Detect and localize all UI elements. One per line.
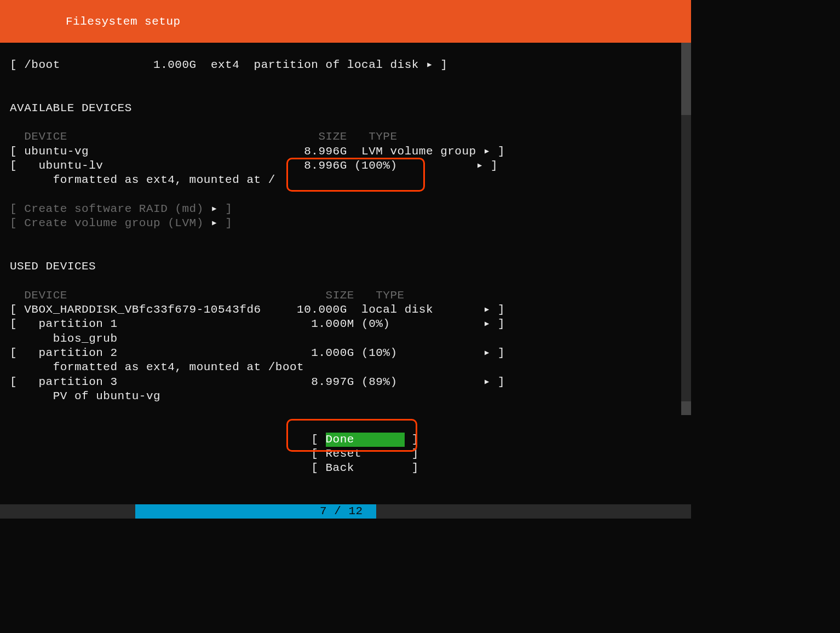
triangle-right-icon: ▸: [211, 216, 218, 231]
triangle-right-icon: ▸: [476, 159, 484, 173]
partition1-detail-row: bios_grub: [10, 332, 681, 346]
back-label: Back: [326, 462, 354, 474]
boot-size: 1.000G: [153, 58, 197, 72]
available-heading-label: AVAILABLE DEVICES: [10, 101, 132, 116]
disk-type: local disk: [361, 303, 433, 317]
create-raid-label: Create software RAID (md): [24, 202, 204, 216]
p2-name: partition 2: [38, 346, 117, 360]
partition2-detail-row: formatted as ext4, mounted at /boot: [10, 360, 681, 375]
page-title: Filesystem setup: [66, 15, 181, 28]
triangle-right-icon: ▸: [211, 202, 218, 216]
scrollbar-thumb[interactable]: [681, 43, 691, 115]
col-type-label: TYPE: [376, 289, 404, 303]
p1-detail: bios_grub: [53, 332, 118, 346]
col-size-label: SIZE: [318, 130, 347, 144]
triangle-right-icon: ▸: [426, 58, 433, 72]
p2-percent: (10%): [361, 346, 398, 360]
p3-name: partition 3: [38, 375, 117, 389]
annotation-highlight-done: [286, 419, 417, 452]
triangle-right-icon: ▸: [484, 346, 491, 360]
available-devices-heading: AVAILABLE DEVICES: [10, 101, 681, 116]
lv-detail: formatted as ext4, mounted at /: [53, 173, 275, 187]
p3-detail: PV of ubuntu-vg: [53, 389, 161, 404]
triangle-right-icon: ▸: [484, 303, 491, 317]
lv-name: ubuntu-lv: [38, 159, 103, 173]
create-lvm-row[interactable]: [ Create volume group (LVM) ▸ ]: [10, 216, 681, 231]
col-type-label: TYPE: [369, 130, 397, 144]
vg-type: LVM volume group: [361, 145, 476, 159]
partition3-detail-row: PV of ubuntu-vg: [10, 389, 681, 404]
triangle-right-icon: ▸: [484, 317, 491, 331]
create-raid-row[interactable]: [ Create software RAID (md) ▸ ]: [10, 202, 681, 216]
col-device-label: DEVICE: [24, 130, 67, 144]
p1-percent: (0%): [361, 317, 390, 331]
available-columns-header: DEVICE SIZE TYPE: [10, 130, 681, 144]
vg-row[interactable]: [ ubuntu-vg 8.996G LVM volume group ▸ ]: [10, 145, 681, 159]
vg-size: 8.996G: [304, 145, 347, 159]
title-bar: Filesystem setup: [0, 0, 691, 43]
p1-name: partition 1: [38, 317, 117, 331]
partition2-row[interactable]: [ partition 2 1.000G (10%) ▸ ]: [10, 346, 681, 360]
disk-name: VBOX_HARDDISK_VBfc33f679-10543fd6: [24, 303, 261, 317]
boot-fs: ext4: [211, 58, 239, 72]
boot-desc: partition of local disk: [254, 58, 419, 72]
create-lvm-label: Create volume group (LVM): [24, 216, 204, 231]
partition1-row[interactable]: [ partition 1 1.000M (0%) ▸ ]: [10, 317, 681, 331]
installer-screen: Filesystem setup [ /boot 1.000G ext4 par…: [0, 0, 691, 519]
boot-partition-row[interactable]: [ /boot 1.000G ext4 partition of local d…: [10, 58, 681, 72]
disk-size: 10.000G: [297, 303, 347, 317]
p2-size: 1.000G: [311, 346, 354, 360]
partition3-row[interactable]: [ partition 3 8.997G (89%) ▸ ]: [10, 375, 681, 389]
disk-row[interactable]: [ VBOX_HARDDISK_VBfc33f679-10543fd6 10.0…: [10, 303, 681, 317]
p2-detail: formatted as ext4, mounted at /boot: [53, 360, 304, 375]
triangle-right-icon: ▸: [484, 145, 491, 159]
used-heading-label: USED DEVICES: [10, 260, 96, 274]
boot-mount: /boot: [24, 58, 60, 72]
used-columns-header: DEVICE SIZE TYPE: [10, 289, 681, 303]
main-content: [ /boot 1.000G ext4 partition of local d…: [0, 43, 691, 476]
col-size-label: SIZE: [326, 289, 354, 303]
scrollbar-thumb[interactable]: [681, 401, 691, 415]
back-button[interactable]: [ Back ]: [10, 461, 681, 475]
vg-name: ubuntu-vg: [24, 145, 89, 159]
p3-size: 8.997G: [311, 375, 354, 389]
used-devices-heading: USED DEVICES: [10, 260, 681, 274]
progress-text: 7 / 12: [320, 505, 363, 517]
p1-size: 1.000M: [311, 317, 354, 331]
p3-percent: (89%): [361, 375, 398, 389]
triangle-right-icon: ▸: [484, 375, 491, 389]
col-device-label: DEVICE: [24, 289, 67, 303]
annotation-highlight-lv-size: [286, 158, 425, 192]
